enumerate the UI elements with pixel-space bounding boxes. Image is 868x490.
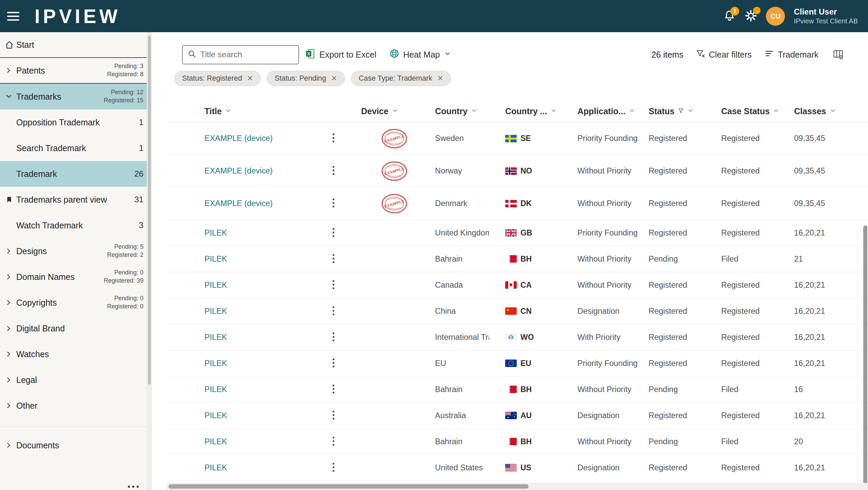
table-row[interactable]: PILEKBahrainBHWithout PriorityPendingFil… [167, 376, 868, 403]
sidebar-item-copyrights[interactable]: CopyrightsPending: 0Registered: 0 [0, 290, 152, 315]
table-row[interactable]: PILEKCanadaCAWithout PriorityRegisteredR… [167, 272, 868, 298]
view-preset-button[interactable]: Trademark [765, 49, 818, 60]
case-status: Filed [721, 437, 738, 446]
sidebar-item-patents[interactable]: PatentsPending: 3Registered: 8 [0, 58, 152, 84]
row-menu-button[interactable] [332, 227, 335, 239]
svg-text:X: X [307, 52, 310, 56]
title-link[interactable]: PILEK [204, 359, 227, 368]
title-link[interactable]: PILEK [204, 333, 227, 342]
table-row[interactable]: PILEKInternational TrademarkWOWith Prior… [167, 324, 868, 350]
country-name: United States [435, 463, 483, 472]
title-link[interactable]: PILEK [204, 307, 227, 316]
table-row[interactable]: PILEKEUEUPriority FoundingRegisteredRegi… [167, 350, 868, 376]
country-code: BH [520, 385, 532, 394]
title-link[interactable]: PILEK [204, 437, 227, 446]
sidebar-item-watch-trademark[interactable]: Watch Trademark3 [0, 212, 152, 238]
row-menu-button[interactable] [332, 165, 335, 177]
sidebar-item-search-trademark[interactable]: Search Trademark1 [0, 135, 152, 161]
column-header-device[interactable]: Device [343, 106, 420, 116]
row-menu-button[interactable] [332, 305, 335, 318]
column-header-country[interactable]: Country [420, 106, 489, 116]
title-link[interactable]: PILEK [204, 281, 227, 290]
table-row[interactable]: PILEKBahrainBHWithout PriorityPendingFil… [167, 429, 868, 455]
title-link[interactable]: EXAMPLE (device) [204, 199, 273, 208]
results-table: TitleDeviceCountryCountry ...Applicatio.… [167, 100, 868, 481]
sidebar-item-trademark[interactable]: Trademark26 [0, 161, 152, 187]
classes: 16,20,21 [794, 228, 825, 238]
sidebar-more-button[interactable]: ... [125, 477, 142, 490]
sidebar-item-count: 3 [139, 221, 143, 230]
hamburger-menu-button[interactable] [7, 9, 22, 23]
title-search-input[interactable] [200, 49, 294, 60]
column-header-applicatio[interactable]: Applicatio... [577, 106, 649, 116]
row-menu-button[interactable] [332, 132, 335, 145]
filter-chip: Case Type: Trademark [351, 71, 451, 86]
clear-filters-button[interactable]: Clear filters [696, 49, 752, 60]
table-row[interactable]: PILEKChinaCNDesignationRegisteredRegiste… [167, 298, 868, 324]
column-header-status[interactable]: Status [649, 106, 721, 116]
sidebar-item-trademarks-parent-view[interactable]: Trademarks parent view31 [0, 187, 152, 212]
remove-filter-button[interactable] [247, 75, 253, 82]
sidebar-scrollbar[interactable] [148, 36, 151, 385]
remove-filter-button[interactable] [437, 75, 443, 82]
table-row[interactable]: EXAMPLE (device)EXAMPLENorwayNOWithout P… [167, 155, 868, 187]
column-header-classes[interactable]: Classes [794, 106, 848, 116]
sidebar-item-count: 26 [134, 169, 143, 179]
sidebar-item-digital-brand[interactable]: Digital Brand [0, 315, 152, 341]
classes: 16,20,21 [794, 359, 825, 368]
clear-filters-label: Clear filters [709, 50, 752, 60]
row-menu-button[interactable] [332, 279, 335, 291]
horizontal-scrollbar-track[interactable] [167, 483, 868, 490]
avatar[interactable]: CU [766, 7, 785, 26]
table-row[interactable]: PILEKUnited KingdomGBPriority FoundingRe… [167, 220, 868, 246]
sidebar-item-domain-names[interactable]: Domain NamesPending: 0Registered: 39 [0, 264, 152, 290]
column-label: Status [649, 106, 674, 116]
vertical-scrollbar[interactable] [863, 225, 867, 486]
table-row[interactable]: PILEKAustraliaAUDesignationRegisteredReg… [167, 403, 868, 429]
column-settings-button[interactable] [833, 49, 844, 61]
sidebar-item-start[interactable]: Start [0, 32, 152, 58]
notifications-button[interactable]: 1 [723, 9, 736, 23]
row-menu-button[interactable] [332, 331, 335, 344]
title-link[interactable]: PILEK [204, 463, 227, 472]
row-menu-button[interactable] [332, 435, 335, 448]
row-menu-button[interactable] [332, 383, 335, 396]
kebab-icon [332, 435, 335, 448]
column-header-title[interactable]: Title [204, 106, 323, 116]
row-menu-button[interactable] [332, 197, 335, 210]
table-row[interactable]: PILEKUnited StatesUSDesignationRegistere… [167, 455, 868, 481]
sidebar-item-watches[interactable]: Watches [0, 341, 152, 367]
sidebar-item-label: Opposition Trademark [16, 118, 100, 127]
title-link[interactable]: PILEK [204, 228, 227, 238]
remove-filter-button[interactable] [331, 75, 337, 82]
row-menu-button[interactable] [332, 357, 335, 370]
settings-button[interactable] [745, 9, 757, 23]
row-menu-button[interactable] [332, 253, 335, 265]
table-row[interactable]: PILEKBahrainBHWithout PriorityPendingFil… [167, 246, 868, 272]
title-link[interactable]: EXAMPLE (device) [204, 134, 273, 143]
title-link[interactable]: EXAMPLE (device) [204, 166, 273, 176]
sidebar-item-designs[interactable]: DesignsPending: 5Registered: 2 [0, 238, 152, 264]
title-link[interactable]: PILEK [204, 411, 227, 420]
heat-map-button[interactable]: Heat Map [389, 48, 451, 61]
table-row[interactable]: EXAMPLE (device)EXAMPLEDenmarkDKWithout … [167, 187, 868, 220]
row-menu-button[interactable] [332, 409, 335, 422]
title-link[interactable]: PILEK [204, 254, 227, 264]
sidebar-item-documents[interactable]: Documents [0, 432, 152, 458]
column-header-case-status[interactable]: Case Status [721, 106, 794, 116]
sidebar-item-trademarks[interactable]: TrademarksPending: 12Registered: 15 [0, 84, 152, 109]
export-excel-button[interactable]: X Export to Excel [305, 48, 376, 61]
status: Registered [649, 359, 687, 368]
row-menu-button[interactable] [332, 462, 335, 474]
sidebar-item-other[interactable]: Other [0, 393, 152, 418]
sidebar-item-opposition-trademark[interactable]: Opposition Trademark1 [0, 109, 152, 135]
sort-chevron-icon [392, 106, 398, 116]
column-header-country[interactable]: Country ... [489, 106, 577, 116]
application-type: Designation [577, 463, 619, 472]
table-row[interactable]: EXAMPLE (device)EXAMPLESwedenSEPriority … [167, 122, 868, 155]
horizontal-scrollbar[interactable] [169, 484, 529, 489]
country-code: AU [520, 411, 532, 420]
title-link[interactable]: PILEK [204, 385, 227, 394]
sidebar-item-label: Digital Brand [16, 324, 65, 333]
sidebar-item-legal[interactable]: Legal [0, 367, 152, 393]
